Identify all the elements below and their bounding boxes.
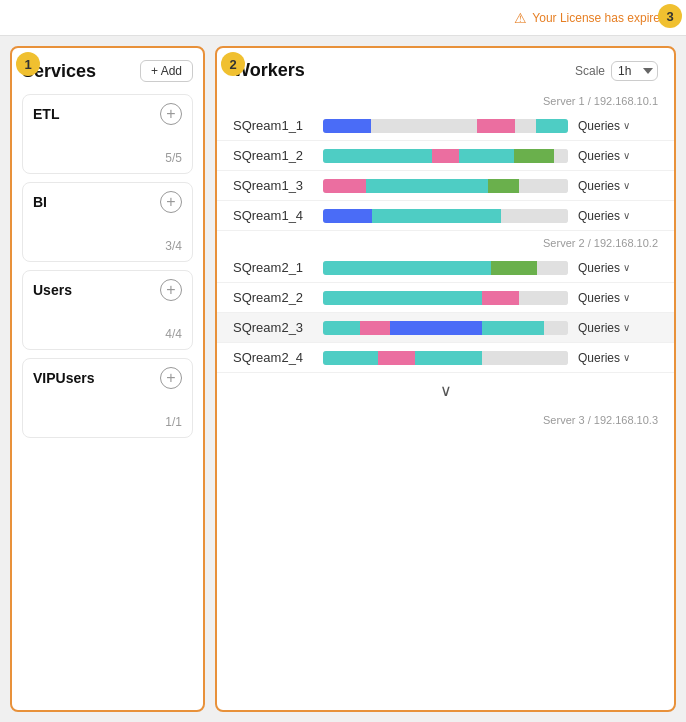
load-more-button[interactable]: ∨ bbox=[440, 381, 452, 400]
service-card-header: BI + bbox=[33, 191, 182, 213]
bar-segment bbox=[451, 119, 478, 133]
server-label-3: Server 3 / 192.168.10.3 bbox=[217, 408, 674, 430]
bar-segment bbox=[446, 291, 483, 305]
service-name: Users bbox=[33, 282, 72, 298]
worker-bar bbox=[323, 351, 568, 365]
add-service-button[interactable]: + Add bbox=[140, 60, 193, 82]
workers-body: Server 1 / 192.168.10.1SQream1_1Queries … bbox=[217, 89, 674, 710]
service-card-users: Users + 4/4 bbox=[22, 270, 193, 350]
worker-row-sqream2_1: SQream2_1Queries ∨ bbox=[217, 253, 674, 283]
service-add-icon[interactable]: + bbox=[160, 367, 182, 389]
bar-segment bbox=[554, 149, 568, 163]
worker-bar bbox=[323, 209, 568, 223]
bar-segment bbox=[515, 119, 536, 133]
queries-button[interactable]: Queries ∨ bbox=[578, 261, 658, 275]
worker-name: SQream2_4 bbox=[233, 350, 313, 365]
license-warning: ⚠ Your License has expired! bbox=[514, 10, 670, 26]
bar-segment bbox=[323, 291, 446, 305]
worker-name: SQream2_1 bbox=[233, 260, 313, 275]
bar-segment bbox=[366, 179, 489, 193]
service-card-vipusers: VIPUsers + 1/1 bbox=[22, 358, 193, 438]
bar-segment bbox=[323, 179, 366, 193]
bar-segment bbox=[519, 179, 568, 193]
queries-button[interactable]: Queries ∨ bbox=[578, 321, 658, 335]
queries-button[interactable]: Queries ∨ bbox=[578, 209, 658, 223]
bar-segment bbox=[482, 291, 519, 305]
bar-segment bbox=[459, 149, 492, 163]
worker-name: SQream1_4 bbox=[233, 208, 313, 223]
chevron-down-icon: ∨ bbox=[623, 120, 630, 131]
bar-segment bbox=[492, 149, 514, 163]
worker-row-sqream1_1: SQream1_1Queries ∨ bbox=[217, 111, 674, 141]
service-add-icon[interactable]: + bbox=[160, 279, 182, 301]
service-name: BI bbox=[33, 194, 47, 210]
bar-segment bbox=[501, 209, 568, 223]
worker-name: SQream1_1 bbox=[233, 118, 313, 133]
queries-button[interactable]: Queries ∨ bbox=[578, 149, 658, 163]
annotation-badge-3: 3 bbox=[658, 4, 682, 28]
chevron-down-icon: ∨ bbox=[623, 322, 630, 333]
queries-label: Queries bbox=[578, 261, 620, 275]
worker-row-sqream1_4: SQream1_4Queries ∨ bbox=[217, 201, 674, 231]
load-more-row: ∨ bbox=[217, 373, 674, 408]
queries-button[interactable]: Queries ∨ bbox=[578, 351, 658, 365]
bar-segment bbox=[488, 179, 519, 193]
queries-label: Queries bbox=[578, 321, 620, 335]
bar-segment bbox=[323, 149, 432, 163]
queries-label: Queries bbox=[578, 291, 620, 305]
service-footer: 1/1 bbox=[33, 393, 182, 429]
chevron-down-icon: ∨ bbox=[623, 292, 630, 303]
bar-segment bbox=[536, 119, 568, 133]
services-panel: 1 Services + Add ETL + 5/5 BI + 3/4 bbox=[10, 46, 205, 712]
bar-segment bbox=[372, 209, 501, 223]
service-name: ETL bbox=[33, 106, 59, 122]
worker-name: SQream2_2 bbox=[233, 290, 313, 305]
service-card-header: ETL + bbox=[33, 103, 182, 125]
worker-bar bbox=[323, 119, 568, 133]
service-footer: 5/5 bbox=[33, 129, 182, 165]
service-cards-container: ETL + 5/5 BI + 3/4 Users + bbox=[22, 94, 193, 446]
queries-label: Queries bbox=[578, 119, 620, 133]
service-card-header: VIPUsers + bbox=[33, 367, 182, 389]
scale-select[interactable]: 1h 6h 12h 24h bbox=[611, 61, 658, 81]
service-count: 3/4 bbox=[165, 239, 182, 253]
service-add-icon[interactable]: + bbox=[160, 103, 182, 125]
queries-button[interactable]: Queries ∨ bbox=[578, 291, 658, 305]
worker-row-sqream2_4: SQream2_4Queries ∨ bbox=[217, 343, 674, 373]
services-header: Services + Add bbox=[22, 60, 193, 82]
queries-label: Queries bbox=[578, 179, 620, 193]
sparkline-svg bbox=[33, 389, 163, 427]
worker-row-sqream2_2: SQream2_2Queries ∨ bbox=[217, 283, 674, 313]
service-count: 5/5 bbox=[165, 151, 182, 165]
queries-label: Queries bbox=[578, 351, 620, 365]
worker-bar bbox=[323, 149, 568, 163]
annotation-badge-1: 1 bbox=[16, 52, 40, 76]
worker-bar bbox=[323, 179, 568, 193]
server-label-1: Server 1 / 192.168.10.1 bbox=[217, 89, 674, 111]
bar-segment bbox=[323, 351, 378, 365]
bar-segment bbox=[371, 119, 451, 133]
bar-segment bbox=[323, 261, 491, 275]
bar-segment bbox=[432, 149, 459, 163]
queries-button[interactable]: Queries ∨ bbox=[578, 179, 658, 193]
bar-segment bbox=[378, 351, 415, 365]
service-card-bi: BI + 3/4 bbox=[22, 182, 193, 262]
sparkline-svg bbox=[33, 125, 163, 163]
bar-segment bbox=[491, 261, 537, 275]
worker-bar bbox=[323, 321, 568, 335]
annotation-badge-2: 2 bbox=[221, 52, 245, 76]
queries-button[interactable]: Queries ∨ bbox=[578, 119, 658, 133]
service-count: 4/4 bbox=[165, 327, 182, 341]
queries-label: Queries bbox=[578, 149, 620, 163]
bar-segment bbox=[537, 261, 568, 275]
bar-segment bbox=[323, 119, 371, 133]
top-bar: 3 ⚠ Your License has expired! bbox=[0, 0, 686, 36]
worker-name: SQream1_2 bbox=[233, 148, 313, 163]
bar-segment bbox=[519, 291, 568, 305]
worker-bar bbox=[323, 261, 568, 275]
warning-icon: ⚠ bbox=[514, 10, 527, 26]
service-add-icon[interactable]: + bbox=[160, 191, 182, 213]
worker-name: SQream1_3 bbox=[233, 178, 313, 193]
bar-segment bbox=[323, 209, 372, 223]
worker-row-sqream1_3: SQream1_3Queries ∨ bbox=[217, 171, 674, 201]
